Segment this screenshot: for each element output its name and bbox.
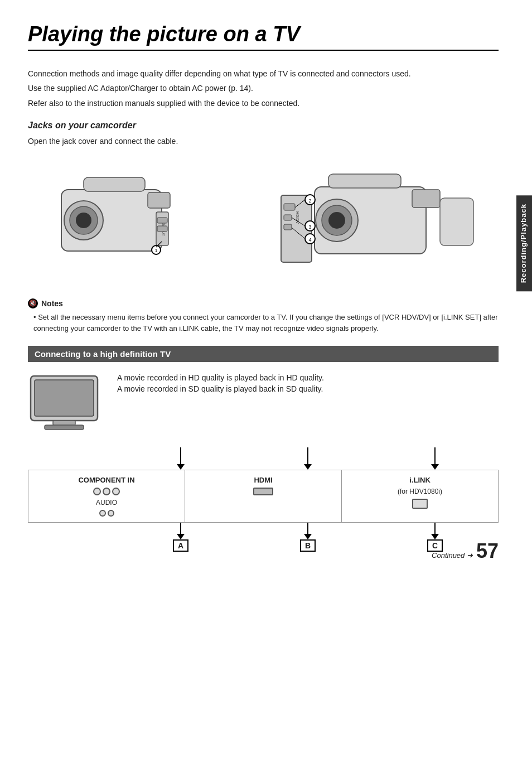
box-a-label: COMPONENT IN <box>78 476 134 484</box>
connection-box-c: i.LINK (for HDV1080i) <box>342 470 498 522</box>
label-arrow-line-b <box>307 523 308 534</box>
label-letter-a: A <box>173 539 188 552</box>
svg-rect-35 <box>35 380 94 416</box>
svg-rect-37 <box>45 425 84 430</box>
arrow-a <box>177 447 185 470</box>
arrow-b <box>304 447 312 470</box>
comp-circle-1 <box>93 488 101 495</box>
svg-text:4: 4 <box>308 237 311 243</box>
svg-rect-4 <box>148 192 170 208</box>
intro-line3: Refer also to the instruction manuals su… <box>28 97 499 109</box>
svg-rect-17 <box>284 224 292 230</box>
notes-section: 🔇 Notes Set all the necessary menu items… <box>28 298 499 335</box>
connection-box-b: HDMI <box>185 470 342 522</box>
svg-rect-23 <box>412 190 440 208</box>
audio-connectors <box>99 510 114 517</box>
audio-circle-2 <box>108 510 114 517</box>
box-c-label: i.LINK <box>409 476 431 484</box>
connection-boxes: COMPONENT IN AUDIO HDMI i.LINK <box>28 470 499 523</box>
notes-bullet: Set all the necessary menu items before … <box>33 312 499 335</box>
comp-circle-3 <box>112 488 120 495</box>
page-number: 57 <box>476 539 499 563</box>
box-b-label: HDMI <box>254 476 272 484</box>
svg-text:3: 3 <box>308 224 311 230</box>
arrow-line-a <box>180 447 181 464</box>
ilink-connector <box>412 499 428 509</box>
svg-point-3 <box>76 213 91 228</box>
hd-line1: A movie recorded in HD quality is played… <box>117 373 324 382</box>
side-tab: Recording/Playback <box>516 195 532 291</box>
notes-list: Set all the necessary menu items before … <box>28 312 499 335</box>
arrow-c <box>431 447 439 470</box>
arrow-line-b <box>307 447 308 464</box>
camera-left-svg: HDMI OUT 1 <box>28 162 206 279</box>
svg-rect-9 <box>157 226 167 232</box>
label-box-row: A B C <box>28 523 499 552</box>
label-arrow-head-c <box>431 534 439 539</box>
svg-rect-16 <box>284 215 292 220</box>
svg-rect-22 <box>328 174 401 188</box>
tv-image <box>28 373 106 436</box>
arrows-row <box>28 447 499 470</box>
camera-right-svg: HD/DV 2 <box>264 162 499 279</box>
label-arrow-line-a <box>180 523 181 534</box>
intro-line1: Connection methods and image quality dif… <box>28 67 499 80</box>
arrow-head-b <box>304 464 312 470</box>
label-letter-b: B <box>300 539 316 552</box>
notes-icon: 🔇 <box>28 298 38 308</box>
svg-rect-5 <box>84 177 145 191</box>
arrow-line-c <box>434 447 436 464</box>
svg-rect-36 <box>53 421 75 425</box>
arrow-head-a <box>177 464 185 470</box>
page-title: Playing the picture on a TV <box>28 22 499 51</box>
svg-text:2: 2 <box>308 198 311 204</box>
label-arrow-head-b <box>304 534 312 539</box>
hd-section: A movie recorded in HD quality is played… <box>28 373 499 436</box>
notes-heading: 🔇 Notes <box>28 298 499 308</box>
camera-right-diagram: HD/DV 2 <box>264 162 499 279</box>
side-tab-label: Recording/Playback <box>519 204 528 283</box>
arrow-head-c <box>431 464 439 470</box>
hd-line2: A movie recorded in SD quality is played… <box>117 384 324 393</box>
page-footer: Continued ➜ 57 <box>432 539 499 563</box>
label-arrow-b <box>304 523 312 539</box>
continued-text: Continued ➜ <box>432 551 473 560</box>
label-box-a: A <box>173 523 188 552</box>
svg-rect-15 <box>284 204 295 210</box>
jacks-heading: Jacks on your camcorder <box>28 120 499 131</box>
box-c-sublabel: (for HDV1080i) <box>398 488 442 495</box>
tv-svg <box>28 373 106 435</box>
box-a-sublabel: AUDIO <box>96 499 117 507</box>
audio-circle-1 <box>99 510 106 517</box>
label-box-b: B <box>300 523 316 552</box>
svg-point-21 <box>328 212 345 229</box>
camera-left-diagram: HDMI OUT 1 <box>28 162 206 279</box>
jacks-section: Jacks on your camcorder Open the jack co… <box>28 120 499 147</box>
svg-rect-8 <box>157 218 167 223</box>
svg-text:1: 1 <box>154 248 157 253</box>
comp-circle-2 <box>103 488 110 495</box>
hd-section-banner: Connecting to a high definition TV <box>28 346 499 362</box>
intro-text: Connection methods and image quality dif… <box>28 67 499 109</box>
page-container: Recording/Playback Playing the picture o… <box>0 0 532 574</box>
camera-diagram: HDMI OUT 1 HD/DV <box>28 159 499 282</box>
label-arrow-head-a <box>177 534 185 539</box>
connection-box-a: COMPONENT IN AUDIO <box>28 470 185 522</box>
notes-heading-text: Notes <box>41 299 63 308</box>
jacks-text: Open the jack cover and connect the cabl… <box>28 135 499 147</box>
intro-line2: Use the supplied AC Adaptor/Charger to o… <box>28 82 499 94</box>
hd-text: A movie recorded in HD quality is played… <box>117 373 324 393</box>
label-arrow-a <box>177 523 185 539</box>
hdmi-connector <box>253 488 273 495</box>
svg-rect-24 <box>440 198 473 245</box>
connection-diagram: COMPONENT IN AUDIO HDMI i.LINK <box>28 447 499 552</box>
component-connectors <box>93 488 120 495</box>
label-arrow-c <box>431 523 439 539</box>
label-arrow-line-c <box>434 523 436 534</box>
